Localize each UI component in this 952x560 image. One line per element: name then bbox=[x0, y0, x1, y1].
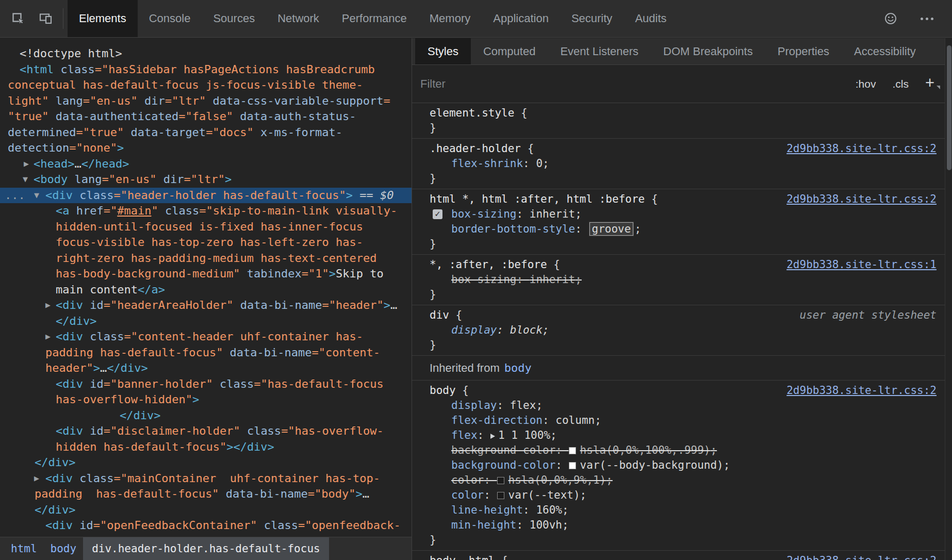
flex-expand-icon[interactable] bbox=[490, 434, 495, 439]
css-property[interactable]: flex: 1 1 100%; bbox=[412, 428, 945, 443]
new-style-rule-button[interactable]: + bbox=[925, 75, 934, 91]
dom-tree-line[interactable]: light" lang="en-us" dir="ltr" data-css-v… bbox=[0, 93, 412, 109]
dom-tree-line[interactable]: header">…</div> bbox=[0, 360, 412, 376]
stylesheet-link[interactable]: 2d9bb338.site-ltr.css:2 bbox=[786, 553, 937, 560]
breadcrumb-html[interactable]: html bbox=[4, 537, 44, 560]
dom-tree-line[interactable]: <div id="banner-holder" class="has-defau… bbox=[0, 376, 412, 392]
panel-split-divider[interactable] bbox=[412, 38, 412, 560]
css-property[interactable]: color: var(--text); bbox=[412, 488, 945, 503]
sidebar-tab-computed[interactable]: Computed bbox=[471, 38, 548, 64]
dom-tree-line[interactable]: has-overflow-hidden"> bbox=[0, 392, 412, 408]
inspect-element-icon[interactable] bbox=[7, 8, 29, 29]
chevron-right-icon[interactable]: ▶ bbox=[45, 329, 51, 345]
css-property[interactable]: display: flex; bbox=[412, 398, 945, 413]
breadcrumb-div-header-holder-has-default-focus[interactable]: div.header-holder.has-default-focus bbox=[83, 537, 329, 560]
dom-tree-line[interactable]: </div> bbox=[0, 408, 412, 424]
dom-tree-line[interactable]: focus-visible has-top-zero has-left-zero… bbox=[0, 235, 412, 251]
stylesheet-link[interactable]: 2d9bb338.site-ltr.css:1 bbox=[786, 257, 937, 272]
chevron-right-icon[interactable]: ▶ bbox=[34, 471, 39, 487]
dom-tree-line[interactable]: conceptual has-default-focus js-focus-vi… bbox=[0, 77, 412, 93]
css-property[interactable]: color: hsla(0,0%,9%,1); bbox=[412, 473, 945, 488]
dom-tree-line[interactable]: main content</a> bbox=[0, 282, 412, 298]
stylesheet-link[interactable]: 2d9bb338.site-ltr.css:2 bbox=[786, 383, 937, 398]
css-property[interactable]: border-bottom-style: groove; bbox=[412, 222, 945, 237]
tab-performance[interactable]: Performance bbox=[331, 0, 418, 37]
dom-tree-line[interactable]: </div> bbox=[0, 502, 412, 518]
dom-tree-line[interactable]: hidden-until-focused is-fixed has-inner-… bbox=[0, 219, 412, 235]
feedback-smiley-icon[interactable] bbox=[880, 8, 901, 29]
sidebar-tab-properties[interactable]: Properties bbox=[765, 38, 842, 64]
dom-tree-line[interactable]: ▶<div class="mainContainer uhf-container… bbox=[0, 471, 412, 487]
tab-console[interactable]: Console bbox=[138, 0, 202, 37]
rule-selector[interactable]: body bbox=[430, 384, 456, 397]
dom-tree-line[interactable]: right-zero has-padding-medium has-text-c… bbox=[0, 251, 412, 267]
dom-tree-line[interactable]: <div id="openFeedbackContainer" class="o… bbox=[0, 518, 412, 534]
color-swatch[interactable] bbox=[497, 492, 504, 499]
css-property[interactable]: flex-shrink: 0; bbox=[412, 156, 945, 171]
hidden-overflow-ellipsis[interactable]: ... bbox=[5, 188, 25, 204]
css-property[interactable]: ✓box-sizing: inherit; bbox=[412, 207, 945, 222]
tab-application[interactable]: Application bbox=[482, 0, 560, 37]
dom-tree-line[interactable]: <a href="#main" class="skip-to-main-link… bbox=[0, 203, 412, 219]
rule-selector[interactable]: element.style bbox=[430, 107, 514, 119]
sidebar-tab-accessibility[interactable]: Accessibility bbox=[842, 38, 928, 64]
color-swatch[interactable] bbox=[497, 477, 504, 484]
chevron-right-icon[interactable]: ▶ bbox=[24, 156, 29, 172]
css-property[interactable]: background-color: var(--body-background)… bbox=[412, 458, 945, 473]
css-property[interactable]: min-height: 100vh; bbox=[412, 518, 945, 533]
styles-filter-input[interactable] bbox=[420, 77, 844, 91]
tab-audits[interactable]: Audits bbox=[623, 0, 678, 37]
more-menu-icon[interactable] bbox=[916, 8, 938, 29]
breadcrumb-body[interactable]: body bbox=[44, 537, 84, 560]
chevron-down-icon[interactable]: ▼ bbox=[23, 172, 28, 188]
tab-sources[interactable]: Sources bbox=[202, 0, 266, 37]
element-classes-button[interactable]: .cls bbox=[892, 78, 909, 90]
tab-security[interactable]: Security bbox=[560, 0, 623, 37]
dom-tree-line[interactable]: <div id="disclaimer-holder" class="has-o… bbox=[0, 423, 412, 439]
stylesheet-link[interactable]: 2d9bb338.site-ltr.css:2 bbox=[786, 192, 937, 207]
tab-memory[interactable]: Memory bbox=[418, 0, 482, 37]
dom-tree-line[interactable]: </div> bbox=[0, 455, 412, 471]
sidebar-tab-styles[interactable]: Styles bbox=[415, 38, 471, 64]
dom-tree-line[interactable]: <html class="hasSidebar hasPageActions h… bbox=[0, 62, 412, 78]
dom-tree-line[interactable]: ▶<head>…</head> bbox=[0, 156, 412, 172]
device-toolbar-icon[interactable] bbox=[35, 8, 57, 29]
sidebar-tab-dom-breakpoints[interactable]: DOM Breakpoints bbox=[651, 38, 765, 64]
dom-tree-line[interactable]: ...▼<div class="header-holder has-defaul… bbox=[0, 188, 412, 204]
css-property[interactable]: display: block; bbox=[412, 323, 945, 338]
toggle-element-state-button[interactable]: :hov bbox=[856, 78, 876, 90]
rule-selector[interactable]: html *, html :after, html :before bbox=[430, 193, 645, 205]
color-swatch[interactable] bbox=[569, 447, 576, 454]
dom-tree-line[interactable]: <!doctype html> bbox=[0, 46, 412, 62]
dom-tree-line[interactable]: ▶<div id="headerAreaHolder" data-bi-name… bbox=[0, 298, 412, 314]
css-property[interactable]: box-sizing: inherit; bbox=[412, 272, 945, 287]
rule-selector[interactable]: body, html bbox=[430, 554, 495, 560]
dom-tree-line[interactable]: has-body-background-medium" tabindex="1"… bbox=[0, 266, 412, 282]
rule-selector[interactable]: *, :after, :before bbox=[430, 258, 547, 271]
rule-selector[interactable]: div bbox=[430, 309, 449, 321]
dom-tree-line[interactable]: "true" data-authenticated="false" data-a… bbox=[0, 109, 412, 125]
inherited-node-link[interactable]: body bbox=[504, 361, 532, 374]
css-property[interactable]: line-height: 160%; bbox=[412, 503, 945, 518]
dom-tree-line[interactable]: ▶<div class="content-header uhf-containe… bbox=[0, 329, 412, 345]
dom-tree-line[interactable]: hidden has-default-focus"></div> bbox=[0, 439, 412, 455]
dom-tree-line[interactable]: padding has-default-focus" data-bi-name=… bbox=[0, 345, 412, 361]
dom-tree-line[interactable]: ▼<body lang="en-us" dir="ltr"> bbox=[0, 172, 412, 188]
dom-tree-line[interactable]: padding has-default-focus" data-bi-name=… bbox=[0, 486, 412, 502]
dom-tree-line[interactable]: detection="none"> bbox=[0, 140, 412, 156]
tab-network[interactable]: Network bbox=[266, 0, 331, 37]
sidebar-tab-event-listeners[interactable]: Event Listeners bbox=[548, 38, 651, 64]
css-property[interactable]: background-color: hsla(0,0%,100%,.999); bbox=[412, 443, 945, 458]
stylesheet-link[interactable]: 2d9bb338.site-ltr.css:2 bbox=[786, 141, 937, 156]
chevron-down-icon[interactable]: ▼ bbox=[34, 188, 39, 204]
css-property[interactable]: flex-direction: column; bbox=[412, 413, 945, 428]
chevron-right-icon[interactable]: ▶ bbox=[45, 298, 51, 314]
property-checkbox[interactable]: ✓ bbox=[433, 209, 442, 219]
color-swatch[interactable] bbox=[569, 462, 576, 469]
tab-elements[interactable]: Elements bbox=[68, 0, 138, 37]
dom-tree-line[interactable]: </div> bbox=[0, 314, 412, 330]
rule-selector[interactable]: .header-holder bbox=[430, 142, 521, 155]
scrollbar[interactable] bbox=[945, 38, 952, 560]
dom-tree-line[interactable]: determined="true" data-target="docs" x-m… bbox=[0, 125, 412, 141]
scrollbar-thumb[interactable] bbox=[947, 45, 951, 170]
